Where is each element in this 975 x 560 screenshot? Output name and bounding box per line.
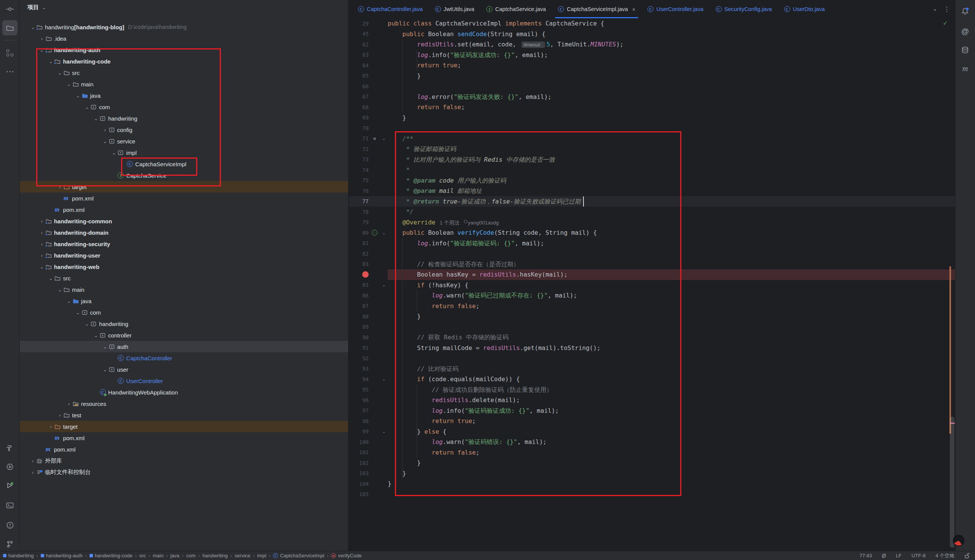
code-line-76[interactable]: 76 * @param mail 邮箱地址 xyxy=(349,186,956,196)
code-line-104[interactable]: 104} xyxy=(349,478,956,489)
code-line-63[interactable]: 63 log.info("验证码发送成功: {}", email); xyxy=(349,50,956,60)
line-number[interactable]: 88 xyxy=(349,313,369,320)
tool-button-structure[interactable] xyxy=(2,45,18,60)
line-number[interactable]: 76 xyxy=(349,188,369,194)
breadcrumb-item-CaptchaServiceImpl[interactable]: CCaptchaServiceImpl xyxy=(273,553,324,558)
code-line-99[interactable]: 99⌄ } else { xyxy=(349,427,956,437)
code-line-29[interactable]: 29public class CaptchaServiceImpl implem… xyxy=(349,18,956,29)
tree-item-user[interactable]: ⌄user xyxy=(20,364,348,375)
line-number[interactable]: 66 xyxy=(349,83,369,89)
code-line-45[interactable]: 45 public Boolean sendCode(String email)… xyxy=(349,29,956,40)
chevron-down-icon[interactable]: ⌄ xyxy=(74,93,82,98)
encoding-widget[interactable]: UTF-8 xyxy=(911,553,925,558)
tree-item-CaptchaServiceImpl[interactable]: CCaptchaServiceImpl xyxy=(20,158,348,170)
line-number[interactable]: 74 xyxy=(349,167,369,173)
fold-chevron-icon[interactable]: ⌄ xyxy=(380,429,388,434)
code-line-79[interactable]: 79 @Override 1 个用法 yang001asdg xyxy=(349,217,956,228)
code-line-68[interactable]: 68 return false; xyxy=(349,102,956,113)
breadcrumb-item-java[interactable]: java xyxy=(170,553,179,558)
breadcrumb-item-service[interactable]: service xyxy=(235,553,250,558)
tool-button-problems[interactable] xyxy=(2,517,18,533)
code-line-82[interactable]: 82 xyxy=(349,248,956,259)
code-line-103[interactable]: 103 } xyxy=(349,468,956,479)
tool-button-notifications[interactable] xyxy=(957,4,973,19)
line-number[interactable]: 77 xyxy=(349,198,369,204)
line-number[interactable]: 89 xyxy=(349,324,369,330)
tree-item-handwriting-security[interactable]: ›handwriting-security xyxy=(20,238,348,250)
chevron-down-icon[interactable]: ⌄ xyxy=(83,321,90,327)
chevron-right-icon[interactable]: › xyxy=(47,424,54,430)
tool-button-maven[interactable]: m xyxy=(957,61,973,76)
code-line-67[interactable]: 67 log.error("验证码发送失败: {}", email); xyxy=(349,92,956,102)
code-line-77[interactable]: 77 * @return true-验证成功，false-验证失败或验证码已过期 xyxy=(349,196,956,207)
chevron-down-icon[interactable]: ⌄ xyxy=(47,275,54,281)
line-number[interactable]: 86 xyxy=(349,293,369,298)
line-number[interactable]: 83 xyxy=(349,261,369,267)
chevron-down-icon[interactable]: ⌄ xyxy=(65,82,73,87)
chevron-right-icon[interactable]: › xyxy=(29,458,37,464)
indent-widget[interactable]: 4 个空格 xyxy=(935,552,955,559)
code-line-71[interactable]: 71≡⌄ /** xyxy=(349,133,956,144)
line-number[interactable]: 97 xyxy=(349,407,369,413)
code-line-90[interactable]: 90 // 获取 Redis 中存储的验证码 xyxy=(349,332,956,343)
tab-SecurityConfig.java[interactable]: CSecurityConfig.java xyxy=(710,0,777,18)
tab-CaptchaServiceImpl.java[interactable]: CCaptchaServiceImpl.java× xyxy=(553,0,641,18)
code-line-83[interactable]: 83 // 检查验证码是否存在（是否过期） xyxy=(349,259,956,270)
tree-item-java[interactable]: ⌄java xyxy=(20,295,348,307)
tab-UserDto.java[interactable]: CUserDto.java xyxy=(779,0,830,18)
chevron-down-icon[interactable]: ⌄ xyxy=(56,70,64,76)
code-line-92[interactable]: 92 xyxy=(349,353,956,364)
tree-item-外部库[interactable]: ›外部库 xyxy=(20,455,348,467)
chevron-down-icon[interactable]: ⌄ xyxy=(101,367,109,372)
tree-item-handwriting-domain[interactable]: ›handwriting-domain xyxy=(20,227,348,238)
line-number[interactable]: 73 xyxy=(349,157,369,162)
code-line-85[interactable]: 85⌄ if (!hasKey) { xyxy=(349,280,956,291)
tree-item-handwriting-auth[interactable]: ⌄handwriting-auth xyxy=(20,44,348,55)
tree-item-test[interactable]: ›test xyxy=(20,409,348,421)
tree-item-resources[interactable]: ›resources xyxy=(20,398,348,409)
tree-item-pom.xml[interactable]: mpom.xml xyxy=(20,204,348,215)
line-number[interactable]: 95 xyxy=(349,387,369,393)
chevron-down-icon[interactable]: ⌄ xyxy=(101,344,109,350)
line-number[interactable]: 93 xyxy=(349,366,369,372)
code-line-64[interactable]: 64 return true; xyxy=(349,60,956,71)
doc-render-toggle-icon[interactable]: ≡ xyxy=(373,136,376,142)
chevron-right-icon[interactable]: › xyxy=(56,412,64,418)
line-number[interactable]: 101 xyxy=(349,449,369,455)
tool-button-database[interactable] xyxy=(957,43,973,58)
chevron-right-icon[interactable]: › xyxy=(38,218,46,224)
tree-item-src[interactable]: ⌄src xyxy=(20,67,348,78)
fold-chevron-icon[interactable]: ⌄ xyxy=(380,136,388,141)
tab-JwtUtils.java[interactable]: CJwtUtils.java xyxy=(430,0,480,18)
line-number[interactable]: 92 xyxy=(349,355,369,362)
close-icon[interactable]: × xyxy=(632,6,636,13)
tree-item-service[interactable]: ⌄service xyxy=(20,135,348,147)
code-line-94[interactable]: 94⌄ if (code.equals(mailCode)) { xyxy=(349,374,956,385)
line-number[interactable]: 85 xyxy=(349,282,369,288)
breadcrumb-item-src[interactable]: src xyxy=(139,553,146,558)
tree-item-handwriting[interactable]: ⌄handwriting [handwriting-blog]D:\code\j… xyxy=(20,21,348,33)
line-number[interactable]: 72 xyxy=(349,146,369,152)
code-line-102[interactable]: 102 } xyxy=(349,458,956,468)
tool-button-ai-assistant[interactable]: @ xyxy=(957,23,973,39)
chevron-right-icon[interactable]: › xyxy=(29,470,37,475)
code-vision-hint[interactable]: yang001asdg xyxy=(464,220,499,226)
tab-options-menu[interactable]: ⋮ xyxy=(943,5,950,13)
line-number[interactable]: 62 xyxy=(349,42,369,48)
breadcrumb-item-impl[interactable]: impl xyxy=(257,553,266,558)
code-line-100[interactable]: 100 log.warn("验证码错误: {}", mail); xyxy=(349,437,956,447)
chevron-down-icon[interactable]: ⌄ xyxy=(110,150,118,156)
caret-position-widget[interactable]: 77:43 xyxy=(860,553,872,558)
line-number[interactable]: 45 xyxy=(349,31,369,37)
chevron-right-icon[interactable]: › xyxy=(38,241,46,247)
line-number[interactable]: 105 xyxy=(349,491,369,497)
code-line-70[interactable]: 70 xyxy=(349,123,956,133)
project-panel-header[interactable]: 项目 ⌄ xyxy=(27,4,46,11)
chevron-right-icon[interactable]: › xyxy=(38,253,46,258)
line-number[interactable]: 80 xyxy=(349,230,369,236)
line-number[interactable]: 65 xyxy=(349,73,369,79)
code-line-98[interactable]: 98 return true; xyxy=(349,416,956,427)
chevron-down-icon[interactable]: ⌄ xyxy=(29,24,37,30)
tree-item-HandwritingWebApplication[interactable]: CHandwritingWebApplication xyxy=(20,387,348,398)
tree-item-handwriting-user[interactable]: ›handwriting-user xyxy=(20,250,348,261)
